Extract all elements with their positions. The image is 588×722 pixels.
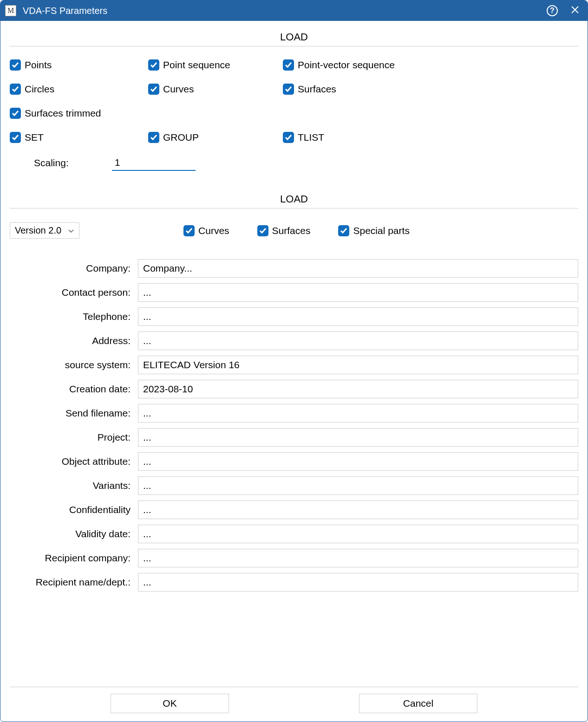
checkbox-point-sequence[interactable]: Point sequence: [148, 59, 283, 71]
source-system-input[interactable]: [138, 356, 578, 374]
send-filename-label: Send filename:: [10, 408, 138, 419]
checkbox-label: Surfaces: [298, 84, 336, 95]
check-icon: [283, 84, 294, 95]
recipient-name-input[interactable]: [138, 573, 578, 592]
check-icon: [338, 225, 349, 236]
telephone-label: Telephone:: [10, 311, 138, 322]
ok-button[interactable]: OK: [111, 694, 229, 713]
send-filename-input[interactable]: [138, 404, 578, 423]
source-system-label: source system:: [10, 359, 138, 371]
validity-date-input[interactable]: [138, 525, 578, 543]
check-icon: [283, 132, 294, 143]
scaling-input[interactable]: [112, 155, 196, 171]
address-input[interactable]: [138, 332, 578, 350]
project-label: Project:: [10, 432, 138, 443]
checkbox-surfaces-2[interactable]: Surfaces: [257, 225, 311, 236]
check-icon: [10, 59, 21, 71]
chevron-down-icon: [68, 228, 74, 234]
app-icon: M: [5, 5, 16, 16]
checkbox-label: TLIST: [298, 132, 324, 143]
checkbox-label: GROUP: [163, 132, 199, 143]
check-icon: [10, 108, 21, 119]
check-icon: [183, 225, 195, 236]
validity-date-label: Validity date:: [10, 528, 138, 540]
recipient-company-input[interactable]: [138, 549, 578, 567]
dialog-footer: OK Cancel: [10, 687, 578, 722]
checkbox-label: Surfaces trimmed: [25, 108, 101, 119]
window-title: VDA-FS Parameters: [23, 6, 547, 16]
creation-date-label: Creation date:: [10, 384, 138, 395]
checkbox-points[interactable]: Points: [10, 59, 148, 71]
checkbox-circles[interactable]: Circles: [10, 84, 148, 95]
checkbox-surfaces[interactable]: Surfaces: [283, 84, 578, 95]
check-icon: [10, 132, 21, 143]
checkbox-label: Curves: [198, 225, 229, 236]
check-icon: [257, 225, 268, 236]
checkbox-set[interactable]: SET: [10, 132, 148, 143]
confidentiality-label: Confidentiality: [10, 504, 138, 515]
variants-input[interactable]: [138, 476, 578, 495]
recipient-company-label: Recipient company:: [10, 553, 138, 564]
titlebar: M VDA-FS Parameters ?: [0, 0, 588, 21]
confidentiality-input[interactable]: [138, 501, 578, 519]
checkbox-group[interactable]: GROUP: [148, 132, 283, 143]
company-input[interactable]: [138, 259, 578, 278]
checkbox-label: Curves: [163, 84, 194, 95]
section1-checkgrid: Points Point sequence Point-vector seque…: [10, 46, 578, 152]
checkbox-label: Special parts: [353, 225, 409, 236]
section1-heading: LOAD: [10, 31, 578, 46]
form-grid: Company: Contact person: Telephone: Addr…: [10, 259, 578, 592]
version-select-value: Version 2.0: [15, 225, 61, 236]
checkbox-point-vector-sequence[interactable]: Point-vector sequence: [283, 59, 578, 71]
checkbox-surfaces-trimmed[interactable]: Surfaces trimmed: [10, 108, 148, 119]
checkbox-curves[interactable]: Curves: [148, 84, 283, 95]
telephone-input[interactable]: [138, 307, 578, 326]
company-label: Company:: [10, 263, 138, 274]
scaling-label: Scaling:: [34, 157, 112, 169]
contact-person-input[interactable]: [138, 283, 578, 302]
close-icon[interactable]: [571, 6, 579, 16]
checkbox-label: Surfaces: [272, 225, 311, 236]
cancel-button[interactable]: Cancel: [359, 694, 477, 713]
check-icon: [10, 84, 21, 95]
check-icon: [283, 59, 294, 71]
object-attribute-input[interactable]: [138, 452, 578, 471]
variants-label: Variants:: [10, 480, 138, 491]
version-row: Version 2.0 Curves Surfaces Special part…: [10, 208, 578, 248]
scaling-row: Scaling:: [34, 155, 578, 171]
dialog-content: LOAD Points Point sequence Point-vector …: [0, 21, 588, 722]
checkbox-label: Point sequence: [163, 59, 230, 71]
creation-date-input[interactable]: [138, 380, 578, 398]
object-attribute-label: Object attribute:: [10, 456, 138, 467]
contact-person-label: Contact person:: [10, 287, 138, 298]
section2-heading: LOAD: [10, 193, 578, 208]
version-select[interactable]: Version 2.0: [10, 222, 79, 239]
checkbox-label: SET: [25, 132, 44, 143]
checkbox-label: Circles: [25, 84, 54, 95]
checkbox-label: Points: [25, 59, 52, 71]
titlebar-controls: ?: [547, 5, 583, 16]
checkbox-tlist[interactable]: TLIST: [283, 132, 578, 143]
dialog-window: M VDA-FS Parameters ? LOAD Points Point …: [0, 0, 588, 722]
recipient-name-label: Recipient name/dept.:: [10, 577, 138, 588]
checkbox-special-parts[interactable]: Special parts: [338, 225, 409, 236]
project-input[interactable]: [138, 428, 578, 447]
help-icon[interactable]: ?: [547, 5, 558, 16]
address-label: Address:: [10, 335, 138, 346]
checkbox-curves-2[interactable]: Curves: [183, 225, 229, 236]
check-icon: [148, 84, 159, 95]
checkbox-label: Point-vector sequence: [298, 59, 395, 71]
check-icon: [148, 59, 159, 71]
check-icon: [148, 132, 159, 143]
